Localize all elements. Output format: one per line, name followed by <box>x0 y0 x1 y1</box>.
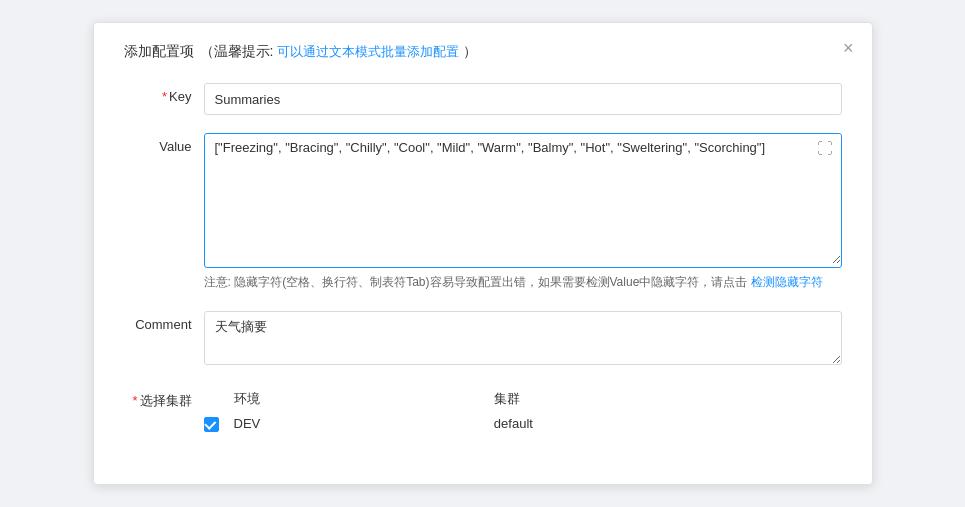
key-input[interactable] <box>204 83 842 115</box>
title-text: 添加配置项 <box>124 43 194 61</box>
value-label: Value <box>124 133 204 154</box>
title-hint: （温馨提示: 可以通过文本模式批量添加配置 ） <box>200 43 478 61</box>
env-cell-0: DEV <box>234 412 494 436</box>
comment-textarea[interactable] <box>204 311 842 365</box>
add-config-dialog: 添加配置项 （温馨提示: 可以通过文本模式批量添加配置 ） × *Key Val… <box>93 22 873 484</box>
key-row: *Key <box>124 83 842 115</box>
value-textarea[interactable] <box>205 134 841 264</box>
cluster-table: 环境 集群 DEV default <box>204 386 842 436</box>
comment-control <box>204 311 842 368</box>
col-checkbox-header <box>204 386 234 412</box>
cluster-label: *选择集群 <box>124 386 204 410</box>
col-cluster-header: 集群 <box>494 386 842 412</box>
batch-add-link[interactable]: 可以通过文本模式批量添加配置 <box>277 44 459 59</box>
value-textarea-wrapper: ⛶ <box>204 133 842 268</box>
textarea-hint: 注意: 隐藏字符(空格、换行符、制表符Tab)容易导致配置出错，如果需要检测Va… <box>204 273 842 292</box>
comment-label: Comment <box>124 311 204 332</box>
dialog-title: 添加配置项 （温馨提示: 可以通过文本模式批量添加配置 ） <box>124 43 842 61</box>
cluster-checkbox-0[interactable] <box>204 417 219 432</box>
detect-hidden-chars-link[interactable]: 检测隐藏字符 <box>751 275 823 289</box>
cluster-control: 环境 集群 DEV default <box>204 386 842 436</box>
fullscreen-icon[interactable]: ⛶ <box>817 140 833 158</box>
cluster-row: *选择集群 环境 集群 DEV default <box>124 386 842 436</box>
key-label: *Key <box>124 83 204 104</box>
value-control: ⛶ 注意: 隐藏字符(空格、换行符、制表符Tab)容易导致配置出错，如果需要检测… <box>204 133 842 292</box>
comment-row: Comment <box>124 311 842 368</box>
value-row: Value ⛶ 注意: 隐藏字符(空格、换行符、制表符Tab)容易导致配置出错，… <box>124 133 842 292</box>
col-env-header: 环境 <box>234 386 494 412</box>
close-button[interactable]: × <box>843 39 854 57</box>
table-row: DEV default <box>204 412 842 436</box>
key-control <box>204 83 842 115</box>
cluster-cell-0: default <box>494 412 842 436</box>
